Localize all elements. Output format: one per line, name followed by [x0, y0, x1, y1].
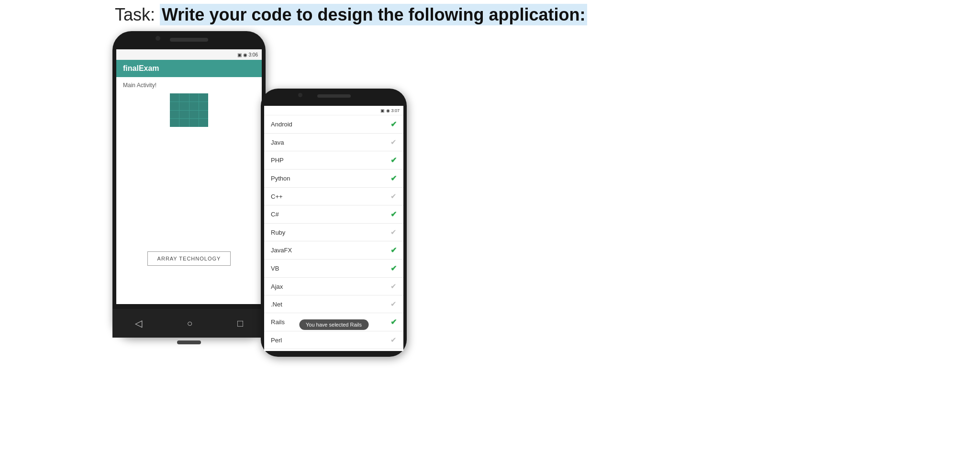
list-item[interactable]: Java✔ — [264, 134, 403, 151]
grid-cell — [179, 119, 189, 127]
list-item-label: Rails — [271, 318, 285, 326]
check-green-icon: ✔ — [390, 317, 397, 327]
grid-cell — [179, 111, 189, 119]
list-item-label: PHP — [271, 157, 284, 164]
list-item[interactable]: Rails✔You have selected Rails — [264, 313, 403, 331]
phone1-container: ▣ ◉ 3:06 finalExam Main Activity! — [112, 31, 266, 338]
technology-list: Android✔Java✔PHP✔Python✔C++✔C#✔Ruby✔Java… — [264, 115, 403, 351]
recent-icon[interactable]: □ — [237, 318, 243, 329]
toast-message: You have selected Rails — [299, 319, 368, 330]
list-item[interactable]: C#✔ — [264, 205, 403, 224]
check-gray-icon: ✔ — [390, 228, 397, 237]
list-item-label: Ajax — [271, 283, 283, 290]
list-item[interactable]: VB✔ — [264, 260, 403, 278]
grid-cell — [199, 119, 208, 127]
list-item[interactable]: .Net✔ — [264, 295, 403, 313]
grid-image-wrapper — [123, 93, 255, 127]
list-item[interactable]: Android✔ — [264, 115, 403, 134]
phone1-nav-bar: ◁ ○ □ — [112, 309, 266, 338]
list-item[interactable]: Ajax✔ — [264, 278, 403, 295]
list-item-label: Java — [271, 139, 284, 146]
back-icon[interactable]: ◁ — [135, 317, 142, 329]
main-activity-label: Main Activity! — [123, 82, 255, 89]
home-icon[interactable]: ○ — [187, 318, 192, 329]
phone2-body: ▣ ◉ 3:07 Android✔Java✔PHP✔Python✔C++✔C#✔… — [261, 89, 407, 357]
check-gray-icon: ✔ — [390, 138, 397, 147]
grid-image — [170, 93, 208, 127]
check-green-icon: ✔ — [390, 120, 397, 129]
list-item-label: .Net — [271, 301, 282, 308]
list-item[interactable]: PHP✔ — [264, 151, 403, 170]
list-item-label: Ruby — [271, 229, 285, 236]
check-green-icon: ✔ — [390, 174, 397, 183]
list-item[interactable]: Python✔ — [264, 170, 403, 188]
list-item[interactable]: Perl✔ — [264, 331, 403, 349]
phone1-statusbar: ▣ ◉ 3:06 — [116, 49, 262, 60]
phone1-toolbar: finalExam — [116, 60, 262, 77]
check-green-icon: ✔ — [390, 156, 397, 165]
phone1-app-title: finalExam — [123, 64, 159, 73]
list-item-label: C# — [271, 211, 279, 218]
phone1-home-bar — [177, 340, 201, 344]
grid-cell — [170, 93, 179, 102]
check-green-icon: ✔ — [390, 246, 397, 255]
grid-cell — [170, 119, 179, 127]
title-prefix: Task: — [115, 5, 160, 24]
phone1-content: Main Activity! — [116, 77, 262, 304]
grid-cell — [199, 111, 208, 119]
check-gray-icon: ✔ — [390, 336, 397, 344]
grid-cell — [199, 102, 208, 110]
list-item-label: Python — [271, 175, 290, 182]
check-gray-icon: ✔ — [390, 300, 397, 308]
grid-cell — [170, 111, 179, 119]
phone1-body: ▣ ◉ 3:06 finalExam Main Activity! — [112, 31, 266, 338]
phone2-camera — [298, 93, 302, 97]
array-button-area: ARRAY TECHNOLOGY — [116, 251, 262, 266]
phone2-speaker — [317, 94, 351, 98]
grid-cell — [189, 93, 199, 102]
check-green-icon: ✔ — [390, 210, 397, 219]
grid-cell — [179, 102, 189, 110]
check-gray-icon: ✔ — [390, 192, 397, 201]
list-item-label: JavaFX — [271, 247, 292, 254]
list-item[interactable]: C++✔ — [264, 188, 403, 205]
phone2-screen: ▣ ◉ 3:07 Android✔Java✔PHP✔Python✔C++✔C#✔… — [264, 106, 403, 351]
list-item-label: VB — [271, 265, 279, 272]
grid-cell — [179, 93, 189, 102]
title-highlight: Write your code to design the following … — [160, 4, 587, 25]
list-item[interactable]: Ruby✔ — [264, 224, 403, 241]
phone2-container: ▣ ◉ 3:07 Android✔Java✔PHP✔Python✔C++✔C#✔… — [261, 89, 407, 357]
grid-cell — [199, 93, 208, 102]
phone2-statusbar: ▣ ◉ 3:07 — [264, 106, 403, 115]
list-item-label: C++ — [271, 193, 283, 200]
list-item-label: Perl — [271, 337, 282, 344]
list-item[interactable]: JavaFX✔ — [264, 241, 403, 260]
phone1-camera — [156, 36, 160, 41]
grid-cell — [170, 102, 179, 110]
check-green-icon: ✔ — [390, 264, 397, 273]
phone1-screen: ▣ ◉ 3:06 finalExam Main Activity! — [116, 49, 262, 304]
list-item-label: Android — [271, 121, 292, 128]
check-gray-icon: ✔ — [390, 282, 397, 291]
grid-cell — [189, 102, 199, 110]
array-technology-button[interactable]: ARRAY TECHNOLOGY — [147, 251, 231, 266]
grid-cell — [189, 119, 199, 127]
title-area: Task: Write your code to design the foll… — [115, 5, 865, 25]
phone1-speaker — [170, 38, 208, 42]
grid-cell — [189, 111, 199, 119]
